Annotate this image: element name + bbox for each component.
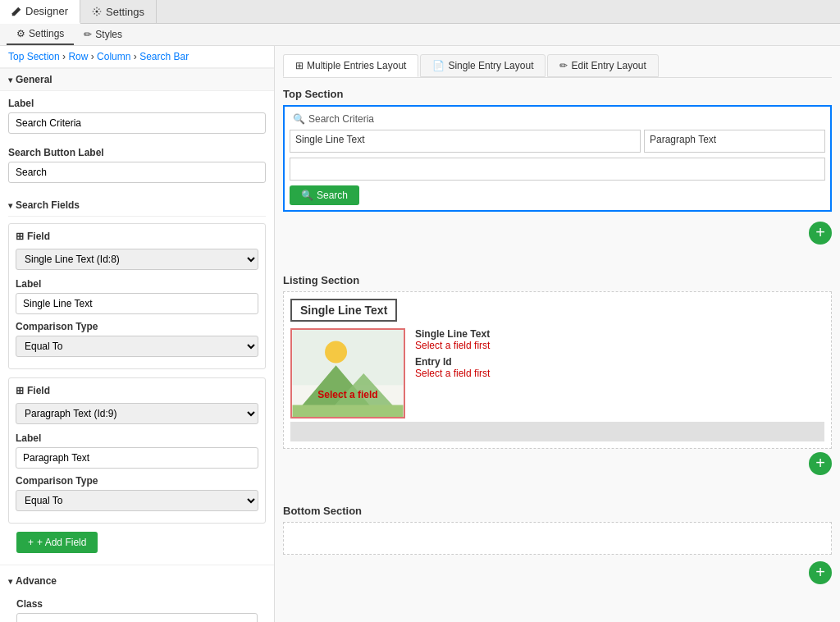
field-1-select[interactable]: Single Line Text (Id:8) [16, 249, 258, 270]
tab-designer[interactable]: Designer [0, 0, 80, 24]
general-section-header[interactable]: General [0, 68, 274, 91]
tab-settings[interactable]: Settings [80, 0, 157, 23]
listing-section-label: Listing Section [283, 274, 832, 286]
listing-section-container: Listing Section Single Line Text [283, 274, 832, 492]
listing-header-bar: Single Line Text [290, 299, 397, 322]
field-1-comparison-label: Comparison Type [16, 321, 258, 332]
breadcrumb-row[interactable]: Row [68, 51, 88, 62]
class-group: Class [8, 592, 266, 622]
listing-field-row-2: Entry Id Select a field first [415, 356, 490, 379]
select-field-text: Select a field [317, 389, 377, 400]
top-tabs-bar: Designer Settings [0, 0, 840, 24]
field-1-comparison-select[interactable]: Equal To [16, 336, 258, 357]
svg-point-0 [96, 11, 98, 13]
listing-field-1-name: Single Line Text [415, 328, 490, 340]
svg-point-3 [325, 341, 347, 363]
search-button[interactable]: 🔍 Search [290, 185, 359, 205]
svg-rect-6 [293, 405, 404, 417]
left-panel: Top Section › Row › Column › Search Bar … [0, 46, 275, 622]
layout-tab-single[interactable]: 📄 Single Entry Layout [420, 54, 546, 77]
subtab-settings[interactable]: ⚙ Settings [7, 24, 74, 45]
listing-bottom-strip [290, 422, 824, 441]
field-2-select[interactable]: Paragraph Text (Id:9) [16, 403, 258, 424]
listing-section-add-button[interactable]: + [809, 452, 832, 475]
bottom-section-box [283, 522, 832, 555]
tab-settings-label: Settings [106, 6, 144, 18]
listing-section-add-row: + [283, 452, 832, 475]
class-input[interactable] [16, 613, 258, 622]
field-card-2-header: ⊞ Field [16, 385, 258, 396]
main-layout: Top Section › Row › Column › Search Bar … [0, 46, 840, 622]
layout-tabs: ⊞ Multiple Entries Layout 📄 Single Entry… [283, 54, 832, 78]
search-fields-section: Search Fields ⊞ Field Single Line Text (… [0, 190, 274, 565]
top-section-label: Top Section [283, 88, 832, 100]
bottom-section-label: Bottom Section [283, 505, 832, 517]
search-button-input[interactable] [8, 162, 266, 183]
field-card-1: ⊞ Field Single Line Text (Id:8) Label Co… [8, 223, 266, 369]
sub-tabs-bar: ⚙ Settings ✏ Styles [0, 24, 840, 46]
field-2-label-label: Label [16, 432, 258, 444]
bottom-section-container: Bottom Section + [283, 505, 832, 601]
breadcrumb: Top Section › Row › Column › Search Bar [0, 46, 274, 68]
listing-field-2-name: Entry Id [415, 356, 490, 368]
label-input[interactable] [8, 112, 266, 134]
search-field-2: Paragraph Text [644, 130, 825, 153]
field-2-comparison-label: Comparison Type [16, 475, 258, 487]
listing-field-1-value: Select a field first [415, 340, 490, 351]
listing-content: Select a field Single Line Text Select a… [290, 328, 824, 418]
image-placeholder: Select a field [290, 328, 405, 418]
breadcrumb-top-section[interactable]: Top Section [8, 51, 60, 62]
search-input-row [290, 158, 825, 181]
label-group: Label [0, 91, 274, 140]
svg-rect-2 [293, 330, 404, 385]
field-2-label-input[interactable] [16, 447, 258, 469]
search-button-label: Search Button Label [8, 147, 266, 158]
top-section-container: Top Section 🔍 Search Criteria Single Lin… [283, 88, 832, 261]
label-label: Label [8, 98, 266, 109]
field-card-1-header: ⊞ Field [16, 231, 258, 242]
listing-field-2-value: Select a field first [415, 368, 490, 379]
add-field-button[interactable]: + + Add Field [16, 532, 98, 553]
search-fields-header[interactable]: Search Fields [8, 194, 266, 217]
search-fields-row: Single Line Text Paragraph Text [290, 130, 825, 153]
search-button-label-group: Search Button Label [0, 140, 274, 190]
right-panel: ⊞ Multiple Entries Layout 📄 Single Entry… [275, 46, 840, 622]
layout-tab-edit[interactable]: ✏ Edit Entry Layout [547, 54, 658, 77]
breadcrumb-column[interactable]: Column [97, 51, 130, 62]
bottom-section-add-button[interactable]: + [809, 561, 832, 584]
subtab-styles[interactable]: ✏ Styles [74, 24, 132, 45]
advance-header[interactable]: Advance [8, 570, 266, 592]
listing-fields: Single Line Text Select a field first En… [415, 328, 490, 384]
field-2-comparison-select[interactable]: Equal To [16, 490, 258, 511]
advance-section: Advance Class [0, 565, 274, 622]
field-1-label-label: Label [16, 278, 258, 290]
bottom-section-add-row: + [283, 561, 832, 584]
field-1-label-input[interactable] [16, 293, 258, 314]
listing-section-box: Single Line Text [283, 291, 832, 449]
search-field-1: Single Line Text [290, 130, 641, 153]
layout-tab-multiple[interactable]: ⊞ Multiple Entries Layout [283, 54, 418, 77]
top-section-add-row: + [283, 222, 832, 245]
search-criteria-header: 🔍 Search Criteria [290, 112, 825, 126]
tab-designer-label: Designer [25, 5, 68, 17]
class-label: Class [16, 598, 258, 610]
breadcrumb-search-bar[interactable]: Search Bar [139, 51, 189, 62]
top-section-box: 🔍 Search Criteria Single Line Text Parag… [283, 105, 832, 212]
field-card-2: ⊞ Field Paragraph Text (Id:9) Label Comp… [8, 377, 266, 524]
top-section-add-button[interactable]: + [809, 222, 832, 245]
listing-field-row-1: Single Line Text Select a field first [415, 328, 490, 351]
